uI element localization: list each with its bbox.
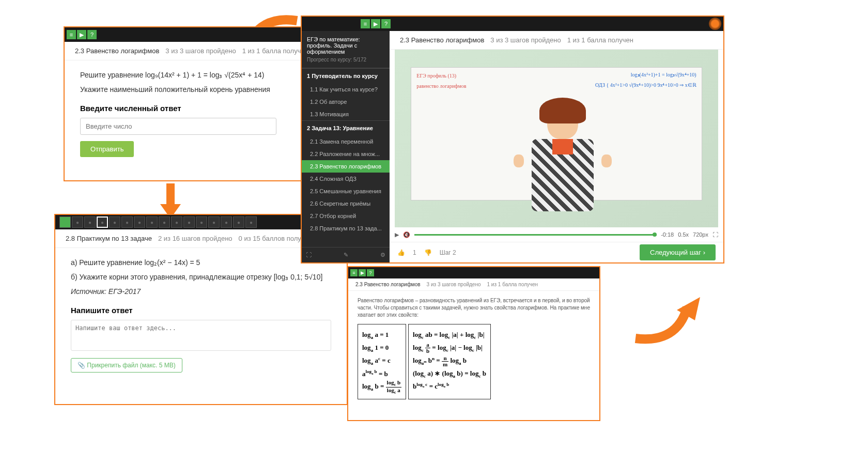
fullscreen-icon[interactable]: ⛶ — [306, 252, 312, 258]
arrow-up-icon — [625, 287, 703, 349]
step[interactable]: ● — [208, 216, 220, 228]
steps-status: 3 из 3 шагов пройдено — [490, 36, 561, 44]
lesson-title: 2.3 Равенство логарифмов — [75, 47, 159, 55]
score-status: 1 из 1 балла получен — [487, 282, 538, 287]
sidebar-item[interactable]: 2.8 Практикум по 13 зада... — [302, 222, 390, 235]
step[interactable]: ● — [121, 216, 133, 228]
question-b: б) Укажите корни этого уравнения, принад… — [71, 273, 331, 281]
step-done[interactable] — [59, 216, 71, 228]
video-controls: ▶ 🔇 -0:18 0.5x 720px ⛶ — [390, 227, 723, 242]
step-active[interactable]: ● — [97, 216, 108, 228]
formula: loga b = logc blogc a — [362, 380, 401, 395]
edit-icon[interactable]: ✎ — [344, 252, 348, 258]
step[interactable]: ● — [134, 216, 145, 228]
help-icon[interactable]: ? — [367, 269, 374, 276]
owl-logo-icon — [709, 18, 721, 30]
step[interactable]: ● — [183, 216, 195, 228]
settings-icon[interactable]: ⚙ — [380, 252, 385, 258]
play-icon[interactable]: ▶ — [395, 231, 399, 238]
next-label: Следующий шаг — [650, 249, 701, 256]
sidebar-item[interactable]: 1.1 Как учиться на курсе? — [302, 83, 390, 96]
instructor — [524, 103, 601, 227]
playback-speed[interactable]: 0.5x — [678, 231, 689, 238]
attach-label: Прикрепить файл (макс. 5 MB) — [87, 362, 175, 369]
sidebar-section-2: 2 Задача 13: Уравнение — [302, 120, 390, 135]
course-sidebar: ЕГЭ по математике: профиль. Задачи с офо… — [302, 31, 390, 262]
footer-bar: 👍 1 👎 Шаг 2 Следующий шаг › — [390, 242, 723, 262]
score-status: 1 из 1 балла получен — [242, 47, 308, 55]
formula-col-1: loga a = 1 loga 1 = 0 loga ac = c aloga … — [358, 324, 406, 399]
formula-col-2: logc ab = logc |a| + logc |b| logc ab = … — [408, 324, 491, 399]
step[interactable]: ● — [72, 216, 83, 228]
answer-input[interactable] — [80, 118, 276, 135]
sidebar-item[interactable]: 1.3 Мотивация — [302, 108, 390, 120]
step[interactable]: ● — [109, 216, 120, 228]
step[interactable]: ● — [171, 216, 182, 228]
resolution[interactable]: 720px — [693, 231, 708, 238]
question-line-2: Укажите наименьший положительный корень … — [80, 85, 331, 94]
step[interactable]: ● — [196, 216, 207, 228]
sidebar-item[interactable]: 2.7 Отбор корней — [302, 210, 390, 222]
steps-status: 3 из 3 шагов пройдено — [165, 47, 236, 55]
sidebar-item[interactable]: 2.2 Разложение на множ... — [302, 148, 390, 160]
source: Источник: ЕГЭ-2017 — [71, 287, 331, 296]
mute-icon[interactable]: 🔇 — [403, 231, 410, 238]
sidebar-item[interactable]: 2.5 Смешанные уравнения — [302, 185, 390, 197]
wb-line: ЕГЭ профиль (13) — [416, 73, 456, 79]
step[interactable]: ● — [233, 216, 244, 228]
answer-label: Напишите ответ — [71, 306, 331, 315]
step[interactable]: ● — [245, 216, 257, 228]
video-player[interactable]: ЕГЭ профиль (13) равенство логарифмов lo… — [395, 50, 718, 227]
submit-button[interactable]: Отправить — [80, 141, 134, 157]
thumbs-down-icon[interactable]: 👎 — [424, 249, 432, 256]
wb-eq: log₃(4x²+1)+1 = log₃√(9x⁴+10) — [631, 72, 696, 78]
step[interactable]: ● — [159, 216, 170, 228]
sidebar-item[interactable]: 2.4 Сложная ОДЗ — [302, 173, 390, 185]
play-icon[interactable]: ▶ — [371, 19, 380, 28]
formula: loga a = 1 — [362, 329, 401, 342]
step[interactable]: ● — [84, 216, 96, 228]
sidebar-item[interactable]: 2.1 Замена переменной — [302, 135, 390, 148]
course-header: ЕГЭ по математике: профиль. Задачи с офо… — [302, 31, 390, 68]
help-icon[interactable]: ? — [381, 19, 391, 28]
nav-icon[interactable]: ≡ — [350, 269, 358, 276]
formula-table: loga a = 1 loga 1 = 0 loga ac = c aloga … — [358, 324, 590, 399]
question-a: а) Решите уравнение log₂(x² − 14x) = 5 — [71, 258, 331, 267]
theory-panel: ≡ ▶ ? 2.3 Равенство логарифмов 3 из 3 ша… — [347, 266, 600, 421]
attach-button[interactable]: 📎 Прикрепить файл (макс. 5 MB) — [71, 358, 182, 373]
next-step-button[interactable]: Следующий шаг › — [640, 244, 716, 260]
play-icon[interactable]: ▶ — [77, 30, 86, 39]
answer-label: Введите численный ответ — [80, 104, 331, 113]
video-header: 2.3 Равенство логарифмов 3 из 3 шагов пр… — [390, 31, 723, 50]
topbar: ≡ ▶ ? — [302, 17, 723, 31]
video-panel: ≡ ▶ ? ЕГЭ по математике: профиль. Задачи… — [301, 16, 724, 264]
course-title: ЕГЭ по математике: профиль. Задачи с офо… — [307, 36, 384, 55]
formula: loga ac = c — [362, 354, 401, 367]
video-progress[interactable] — [414, 234, 657, 236]
step[interactable]: ● — [146, 216, 158, 228]
step-indicator: ● ● ● ● ● ● ● ● ● ● ● ● ● ● ● — [57, 214, 259, 230]
play-icon[interactable]: ▶ — [359, 269, 366, 276]
intro-text: Равенство логарифмов – разновидность ура… — [358, 297, 590, 319]
formula: logc ab = logc |a| + logc |b| — [413, 329, 486, 342]
topbar: ≡ ▶ ? — [348, 267, 599, 278]
fullscreen-icon[interactable]: ⛶ — [712, 231, 718, 238]
step[interactable]: ● — [221, 216, 232, 228]
formula: loga 1 = 0 — [362, 342, 401, 354]
wb-cond: ОДЗ { 4x²+1>0 √(9x⁴+10)>0 9x⁴+10>0 ⇒ x∈ℝ — [595, 82, 696, 88]
sidebar-item-active[interactable]: 2.3 Равенство логарифмов — [302, 160, 390, 173]
formula: bloga c = cloga b — [413, 380, 486, 393]
nav-icon[interactable]: ≡ — [361, 19, 370, 28]
time-remaining: -0:18 — [661, 231, 674, 238]
lesson-title: 2.3 Равенство логарифмов — [355, 282, 421, 287]
sidebar-item[interactable]: 1.2 Об авторе — [302, 96, 390, 108]
course-progress: Прогресс по курсу: 5/172 — [307, 57, 384, 63]
nav-icon[interactable]: ≡ — [67, 30, 76, 39]
thumbs-up-icon[interactable]: 👍 — [397, 249, 405, 256]
steps-status: 3 из 3 шагов пройдено — [427, 282, 481, 287]
help-icon[interactable]: ? — [87, 30, 97, 39]
answer-textarea[interactable] — [71, 320, 331, 351]
sidebar-item[interactable]: 2.6 Секретные приёмы — [302, 197, 390, 210]
header: 2.3 Равенство логарифмов 3 из 3 шагов пр… — [348, 278, 599, 291]
formula: logam bn = nm loga b — [413, 354, 486, 367]
